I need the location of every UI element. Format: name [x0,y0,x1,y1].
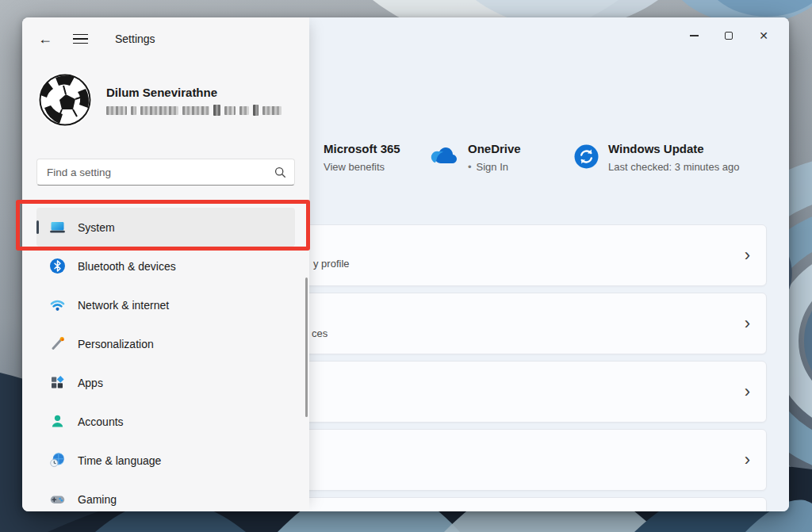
sidebar-scrollbar[interactable] [305,277,308,417]
app-title: Settings [115,33,155,45]
chevron-right-icon: › [745,315,750,332]
minimize-button[interactable] [676,24,711,48]
signin-status-dot: • [468,160,472,174]
back-arrow-icon: ← [38,31,52,48]
apps-icon [49,374,66,391]
sidebar-nav: System Bluetooth & devices [36,208,295,511]
gaming-controller-icon [49,491,66,507]
maximize-icon [725,32,733,40]
search-icon[interactable] [274,166,286,178]
settings-row[interactable]: › [301,361,767,423]
close-button[interactable]: ✕ [746,24,781,48]
accounts-person-icon [49,413,66,430]
search-input[interactable] [47,166,274,178]
sidebar-item-gaming[interactable]: Gaming [36,480,295,511]
titlebar: ← Settings [22,17,309,62]
hamburger-menu-button[interactable] [73,29,94,48]
settings-row[interactable] [301,497,767,511]
sidebar-item-label: Network & internet [78,299,169,312]
row-partial-text: ces [312,327,327,339]
network-wifi-icon [49,297,66,313]
row-partial-text: y profile [313,258,350,270]
windows-update-card: Windows Update Last checked: 3 minutes a… [574,141,740,174]
settings-row[interactable]: ces › [301,293,767,354]
chevron-right-icon: › [745,451,750,469]
close-icon: ✕ [759,30,768,41]
sidebar-item-personalization[interactable]: Personalization [36,324,295,363]
view-benefits-link[interactable]: View benefits [324,160,385,174]
minimize-icon [690,35,699,36]
sidebar-item-label: Accounts [78,415,124,428]
windows-update-title: Windows Update [608,141,740,157]
settings-row[interactable]: › [301,429,767,491]
hero-row: Microsoft 365 View benefits OneDrive • S… [309,141,789,189]
sidebar-item-accounts[interactable]: Accounts [36,402,295,441]
chevron-right-icon: › [745,247,750,264]
sidebar-item-label: System [78,221,115,234]
onedrive-cloud-icon [430,147,458,169]
last-checked-status: Last checked: 3 minutes ago [608,160,740,174]
settings-sidebar: ← Settings Dilum Senevirathne [22,17,309,511]
sidebar-item-label: Time & language [78,454,161,467]
microsoft-365-card: Microsoft 365 View benefits [324,141,400,174]
sign-in-link[interactable]: Sign In [477,160,508,174]
sidebar-item-label: Personalization [78,338,154,350]
sidebar-item-label: Apps [78,377,103,389]
window-controls: ✕ [676,24,781,48]
avatar[interactable] [38,73,92,127]
main-content: Microsoft 365 View benefits OneDrive • S… [309,17,789,511]
sidebar-item-apps[interactable]: Apps [36,363,295,402]
settings-window: ✕ Microsoft 365 View benefits OneDrive [22,17,789,511]
settings-rows: y profile › ces › › › [301,224,767,511]
onedrive-title: OneDrive [468,141,521,157]
bluetooth-icon [49,258,66,274]
profile-name: Dilum Senevirathne [106,86,217,99]
profile-email-redacted [106,105,290,116]
chevron-right-icon: › [745,383,750,400]
sidebar-item-label: Gaming [78,493,117,506]
sidebar-item-bluetooth-devices[interactable]: Bluetooth & devices [36,247,295,285]
microsoft-365-title: Microsoft 365 [324,141,400,157]
settings-row[interactable]: y profile › [301,224,767,286]
time-language-icon [49,452,66,469]
search-box [36,159,295,186]
sidebar-item-time-language[interactable]: Time & language [36,441,295,480]
onedrive-card: OneDrive • Sign In [430,141,521,174]
maximize-button[interactable] [711,24,746,48]
back-button[interactable]: ← [33,27,57,51]
windows-update-icon [574,144,599,172]
sidebar-item-system[interactable]: System [36,208,295,247]
sidebar-item-label: Bluetooth & devices [78,260,176,273]
sidebar-item-network-internet[interactable]: Network & internet [36,285,295,324]
system-icon [49,219,66,235]
personalization-brush-icon [49,335,66,352]
